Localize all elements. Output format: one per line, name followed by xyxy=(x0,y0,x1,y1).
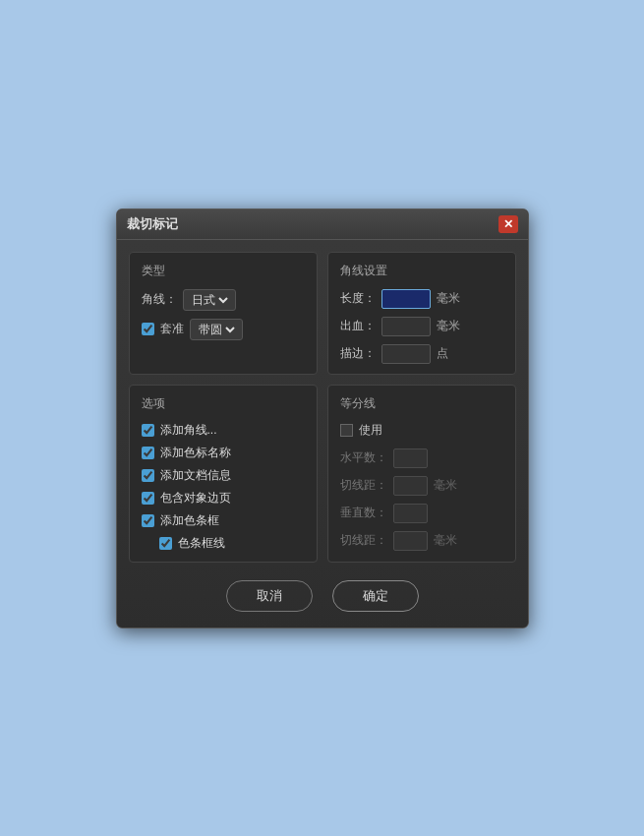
corner-select-box[interactable]: 日式 西式 xyxy=(183,289,236,311)
v-cut-unit: 毫米 xyxy=(434,532,457,549)
corner-row: 角线： 日式 西式 xyxy=(142,289,305,311)
v-count-row: 垂直数： 4 xyxy=(340,504,503,523)
stroke-input[interactable]: 0.25 xyxy=(381,344,431,364)
v-count-input: 4 xyxy=(393,504,428,523)
close-button[interactable]: ✕ xyxy=(498,215,518,233)
option-item-1: 添加色标名称 xyxy=(142,445,305,461)
divider-use-row: 使用 xyxy=(340,422,503,439)
option-item-4: 添加色条框 xyxy=(142,512,305,529)
bleed-unit: 毫米 xyxy=(437,318,460,334)
option-label-1: 添加色标名称 xyxy=(160,445,231,461)
h-cut-row: 切线距： 6 毫米 xyxy=(340,476,503,496)
corner-settings-panel: 角线设置 长度： 6 毫米 出血： 3 毫米 描边： 0.25 点 xyxy=(327,252,516,375)
registration-checkbox[interactable] xyxy=(142,323,154,335)
option-item-3: 包含对象边页 xyxy=(142,490,305,507)
options-panel-title: 选项 xyxy=(142,395,305,412)
divider-panel-title: 等分线 xyxy=(340,395,503,412)
length-row: 长度： 6 毫米 xyxy=(340,289,503,309)
dialog-title: 裁切标记 xyxy=(127,215,178,233)
options-list: 添加角线... 添加色标名称 添加文档信息 包含对象边页 xyxy=(142,422,305,552)
length-unit: 毫米 xyxy=(437,290,460,307)
stroke-unit: 点 xyxy=(437,345,448,362)
top-row: 类型 角线： 日式 西式 套准 xyxy=(129,252,516,375)
option-label-4: 添加色条框 xyxy=(160,512,219,529)
length-label: 长度： xyxy=(340,290,376,307)
crop-marks-dialog: 裁切标记 ✕ 类型 角线： 日式 西式 xyxy=(116,209,529,628)
h-cut-unit: 毫米 xyxy=(434,477,457,494)
buttons-row: 取消 确定 xyxy=(129,572,516,616)
option-item-sub: 色条框线 xyxy=(142,535,305,552)
option-item-0: 添加角线... xyxy=(142,422,305,439)
registration-style-select[interactable]: 带圆 标准 无 xyxy=(195,322,238,337)
option-checkbox-1[interactable] xyxy=(142,447,154,459)
h-count-label: 水平数： xyxy=(340,449,387,466)
ok-button[interactable]: 确定 xyxy=(332,580,419,612)
corner-select[interactable]: 日式 西式 xyxy=(188,292,231,308)
type-panel-title: 类型 xyxy=(142,263,305,279)
v-cut-row: 切线距： 6 毫米 xyxy=(340,531,503,551)
divider-use-checkbox-square xyxy=(340,424,353,437)
bleed-input[interactable]: 3 xyxy=(381,317,431,336)
bottom-row: 选项 添加角线... 添加色标名称 添加文档信息 xyxy=(129,385,516,563)
option-checkbox-2[interactable] xyxy=(142,469,154,482)
registration-label: 套准 xyxy=(160,321,184,337)
h-count-input: 2 xyxy=(393,448,428,468)
bleed-label: 出血： xyxy=(340,318,376,334)
registration-style-select-box[interactable]: 带圆 标准 无 xyxy=(190,319,243,340)
option-checkbox-4[interactable] xyxy=(142,514,154,527)
stroke-row: 描边： 0.25 点 xyxy=(340,344,503,364)
option-checkbox-0[interactable] xyxy=(142,424,154,437)
corner-settings-title: 角线设置 xyxy=(340,263,503,279)
divider-use-label: 使用 xyxy=(359,422,382,439)
option-label-3: 包含对象边页 xyxy=(160,490,231,507)
v-cut-label: 切线距： xyxy=(340,532,387,549)
length-input[interactable]: 6 xyxy=(381,289,431,309)
stroke-label: 描边： xyxy=(340,345,376,362)
divider-fields: 水平数： 2 切线距： 6 毫米 垂直数： 4 切线距： 6 xyxy=(340,448,503,551)
option-label-2: 添加文档信息 xyxy=(160,467,231,484)
options-panel: 选项 添加角线... 添加色标名称 添加文档信息 xyxy=(129,385,318,563)
v-count-label: 垂直数： xyxy=(340,505,387,521)
option-checkbox-3[interactable] xyxy=(142,492,154,505)
registration-checkbox-row: 套准 xyxy=(142,321,184,337)
registration-row: 套准 带圆 标准 无 xyxy=(142,319,305,340)
title-bar: 裁切标记 ✕ xyxy=(117,209,528,240)
h-cut-input: 6 xyxy=(393,476,428,496)
type-panel: 类型 角线： 日式 西式 套准 xyxy=(129,252,318,375)
option-checkbox-sub[interactable] xyxy=(159,537,172,550)
h-cut-label: 切线距： xyxy=(340,477,387,494)
h-count-row: 水平数： 2 xyxy=(340,448,503,468)
option-item-2: 添加文档信息 xyxy=(142,467,305,484)
corner-label: 角线： xyxy=(142,291,177,308)
option-label-0: 添加角线... xyxy=(160,422,217,439)
dialog-body: 类型 角线： 日式 西式 套准 xyxy=(117,240,528,627)
cancel-button[interactable]: 取消 xyxy=(226,580,313,612)
v-cut-input: 6 xyxy=(393,531,428,551)
option-label-sub: 色条框线 xyxy=(178,535,225,552)
bleed-row: 出血： 3 毫米 xyxy=(340,317,503,336)
divider-panel: 等分线 使用 水平数： 2 切线距： 6 毫米 xyxy=(327,385,516,563)
